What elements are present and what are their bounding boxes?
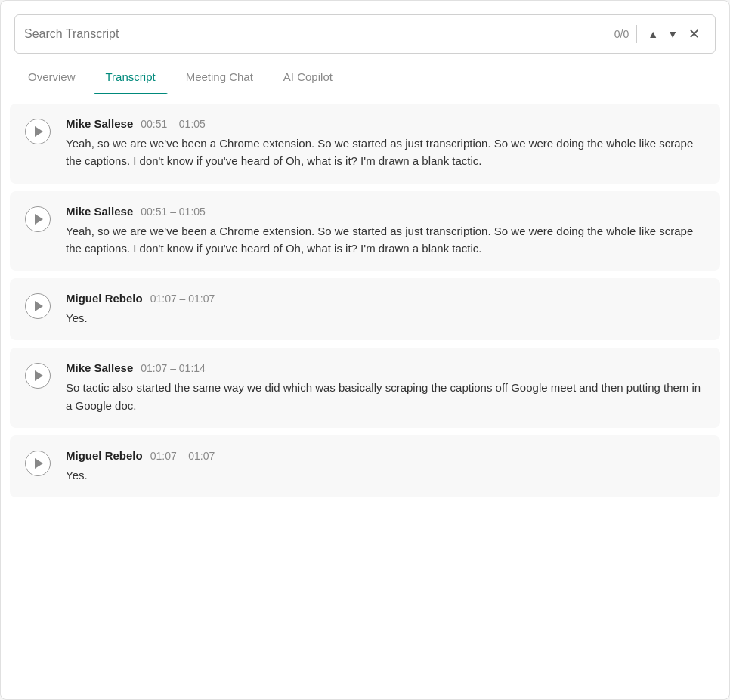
search-prev-button[interactable]: ▲	[643, 25, 663, 43]
entry-text-1: Yeah, so we are we've been a Chrome exte…	[66, 222, 705, 258]
entry-content-0: Mike Sallese 00:51 – 01:05 Yeah, so we a…	[66, 117, 705, 170]
search-bar: 0/0 ▲ ▼ ✕	[14, 14, 716, 54]
play-button-0[interactable]	[25, 119, 51, 144]
entry-content-1: Mike Sallese 00:51 – 01:05 Yeah, so we a…	[66, 205, 705, 258]
entry-text-2: Yes.	[66, 309, 705, 327]
transcript-entry: Miguel Rebelo 01:07 – 01:07 Yes.	[10, 435, 720, 497]
transcript-entry: Mike Sallese 01:07 – 01:14 So tactic als…	[10, 348, 720, 428]
entry-speaker-3: Mike Sallese	[66, 361, 133, 374]
transcript-entry: Mike Sallese 00:51 – 01:05 Yeah, so we a…	[10, 104, 720, 184]
play-icon-1	[35, 214, 43, 225]
play-button-3[interactable]	[25, 363, 51, 389]
tab-transcript[interactable]: Transcript	[94, 60, 168, 94]
entry-header-1: Mike Sallese 00:51 – 01:05	[66, 205, 705, 218]
entry-time-1: 00:51 – 01:05	[141, 206, 206, 218]
tabs-container: Overview Transcript Meeting Chat AI Copi…	[1, 60, 729, 94]
play-button-1[interactable]	[25, 206, 51, 232]
play-icon-3	[35, 370, 43, 381]
play-button-2[interactable]	[25, 293, 51, 319]
entry-time-0: 00:51 – 01:05	[141, 118, 206, 130]
tab-ai-copilot[interactable]: AI Copilot	[271, 60, 345, 94]
play-icon-0	[35, 126, 43, 137]
entries-container: Mike Sallese 00:51 – 01:05 Yeah, so we a…	[1, 94, 729, 506]
play-button-4[interactable]	[25, 451, 51, 476]
entry-content-4: Miguel Rebelo 01:07 – 01:07 Yes.	[66, 449, 705, 484]
entry-time-3: 01:07 – 01:14	[141, 362, 206, 374]
entry-speaker-2: Miguel Rebelo	[66, 292, 143, 305]
search-divider	[636, 25, 637, 43]
entry-header-3: Mike Sallese 01:07 – 01:14	[66, 361, 705, 374]
entry-header-2: Miguel Rebelo 01:07 – 01:07	[66, 292, 705, 305]
transcript-entry: Miguel Rebelo 01:07 – 01:07 Yes.	[10, 278, 720, 340]
entry-speaker-0: Mike Sallese	[66, 117, 133, 130]
search-count: 0/0	[614, 28, 629, 40]
tab-meeting-chat[interactable]: Meeting Chat	[174, 60, 265, 94]
search-close-button[interactable]: ✕	[682, 23, 706, 45]
search-next-button[interactable]: ▼	[663, 25, 682, 43]
play-icon-4	[35, 458, 43, 469]
transcript-entry: Mike Sallese 00:51 – 01:05 Yeah, so we a…	[10, 191, 720, 271]
entry-time-2: 01:07 – 01:07	[150, 293, 215, 305]
entry-text-4: Yes.	[66, 466, 705, 484]
entry-content-3: Mike Sallese 01:07 – 01:14 So tactic als…	[66, 361, 705, 414]
search-input[interactable]	[24, 27, 614, 41]
entry-text-3: So tactic also started the same way we d…	[66, 379, 705, 414]
entry-text-0: Yeah, so we are we've been a Chrome exte…	[66, 135, 705, 170]
entry-speaker-4: Miguel Rebelo	[66, 449, 143, 462]
entry-header-0: Mike Sallese 00:51 – 01:05	[66, 117, 705, 130]
tab-overview[interactable]: Overview	[16, 60, 88, 94]
entry-speaker-1: Mike Sallese	[66, 205, 133, 218]
entry-header-4: Miguel Rebelo 01:07 – 01:07	[66, 449, 705, 462]
entry-content-2: Miguel Rebelo 01:07 – 01:07 Yes.	[66, 292, 705, 327]
play-icon-2	[35, 301, 43, 311]
entry-time-4: 01:07 – 01:07	[150, 450, 215, 462]
